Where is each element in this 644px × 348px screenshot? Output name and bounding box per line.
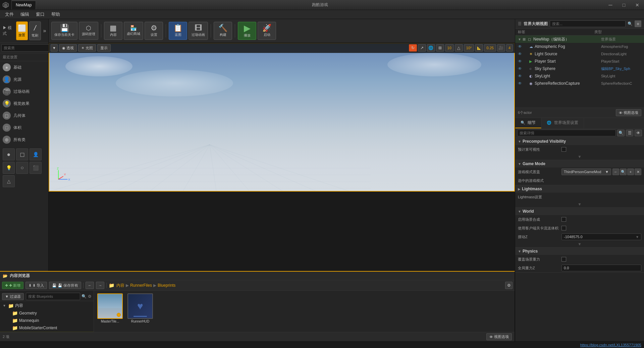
vp-arrow-button[interactable]: ▼ xyxy=(51,44,58,52)
wo-item-player-start[interactable]: 👁 ▶ Player Start PlayerStart xyxy=(515,58,644,65)
vp-show-button[interactable]: 显示 xyxy=(97,44,111,52)
wo-search-input[interactable] xyxy=(550,20,626,27)
cb-filter-button[interactable]: ▼ 过滤器 xyxy=(2,293,24,300)
section-physics-header[interactable]: ▼ Physics xyxy=(515,248,644,255)
menu-help[interactable]: 帮助 xyxy=(48,10,63,19)
cb-tree-mobile-starter[interactable]: 📁 MobileStarterContent xyxy=(0,324,94,332)
asset-master-tile[interactable]: MasterTile... xyxy=(97,293,123,323)
left-nav-volume[interactable]: □ 体积 xyxy=(0,122,48,134)
cb-view-opts-button[interactable]: 👁 视图选项 xyxy=(486,333,512,340)
gg-input[interactable]: 0.0 xyxy=(561,265,641,271)
close-button[interactable]: ✕ xyxy=(631,0,644,10)
gm-add-btn[interactable]: + xyxy=(627,168,634,175)
gm-clear-btn[interactable]: ✕ xyxy=(635,168,641,175)
cb-tree-mannequin[interactable]: 📁 Mannequin xyxy=(0,317,94,324)
cb-path-options-button[interactable]: ⚙ xyxy=(505,282,513,289)
menu-file[interactable]: 文件 xyxy=(2,10,17,19)
cb-nav-forward-button[interactable]: → xyxy=(96,282,104,289)
shape-cone[interactable]: △ xyxy=(3,175,15,187)
asset-runner-hud[interactable]: ♥ RunnerHUD xyxy=(127,293,154,323)
shape-cube[interactable]: ◻ xyxy=(16,148,28,160)
wo-item-light-source[interactable]: 👁 ☀ Light Source DirectionalLight xyxy=(515,50,644,58)
gm-dropdown[interactable]: ThirdPersonGameMod ▼ xyxy=(561,168,611,175)
cb-search-clear[interactable]: ⚙ xyxy=(88,294,92,299)
menu-edit[interactable]: 编辑 xyxy=(17,10,33,19)
build-button[interactable]: 🔨 构建 xyxy=(214,22,232,40)
cb-path-content[interactable]: 内容 xyxy=(116,283,124,288)
section-lightmass-header[interactable]: ▶ Lightmass xyxy=(515,185,644,193)
left-nav-basic[interactable]: ● 基础 xyxy=(0,61,48,73)
volume-icon: □ xyxy=(3,124,11,132)
vp-lighting-button[interactable]: ☀ 光照 xyxy=(78,44,96,52)
play-button[interactable]: ▶ 播放 xyxy=(238,22,256,40)
save-button[interactable]: 💾 保存当前关卡 xyxy=(51,22,77,40)
cb-search-input[interactable] xyxy=(26,293,80,300)
section-world-header[interactable]: ▼ World xyxy=(515,208,644,215)
wo-item-skylight[interactable]: 👁 ◐ SkyLight SkyLight xyxy=(515,72,644,80)
left-nav-all[interactable]: ⊕ 所有类 xyxy=(0,134,48,146)
mode-place-button[interactable]: ⬜ 放置 xyxy=(16,21,28,40)
cb-path-blueprints[interactable]: Blueprints xyxy=(158,283,175,288)
brand-label: 跑酷游戏 xyxy=(309,2,331,8)
content-button[interactable]: ▦ 内容 xyxy=(104,22,122,40)
wo-item-sky-sphere[interactable]: 👁 ○ Sky Sphere 编辑BP_Sky_Sph xyxy=(515,65,644,72)
pv-checkbox[interactable] xyxy=(561,147,566,152)
blueprint-button[interactable]: 📋 蓝图 xyxy=(169,22,187,40)
left-nav-visual[interactable]: 💡 视觉效果 xyxy=(0,97,48,110)
cinematics-button[interactable]: 🎞 过场动画 xyxy=(189,22,208,40)
dp-search-icon-btn[interactable]: 🔍 xyxy=(617,130,625,136)
settings-button[interactable]: ⚙ 设置 xyxy=(145,22,163,40)
minimize-button[interactable]: ─ xyxy=(604,0,617,10)
vp-triangle-button[interactable]: △ xyxy=(455,44,463,52)
vp-rotate-button[interactable]: ↻ xyxy=(409,44,417,52)
marketplace-button[interactable]: 🏪 虚幻商城 xyxy=(124,22,143,40)
status-url[interactable]: https://blog.csdn.net/LXL1355771905 xyxy=(580,343,641,347)
cb-new-button[interactable]: ✚ ✚ 新增 xyxy=(2,282,23,289)
wo-root-item[interactable]: ▼ ⊞ ◻ NewMap（编辑器） 世界场景 xyxy=(515,36,644,43)
shape-light[interactable]: 💡 xyxy=(3,162,15,174)
left-nav-light[interactable]: 👤 光源 xyxy=(0,73,48,85)
wc-checkbox[interactable] xyxy=(561,217,566,222)
shape-sphere2[interactable]: ○ xyxy=(16,162,28,174)
cs-checkbox[interactable] xyxy=(561,226,566,230)
menu-window[interactable]: 窗口 xyxy=(33,10,48,19)
gm-search-btn[interactable]: 🔍 xyxy=(620,168,627,175)
wo-eye-sphere: 👁 xyxy=(518,81,524,86)
cb-tree-geometry[interactable]: 📁 Geometry xyxy=(0,309,94,317)
dp-list-view-btn[interactable]: ☰ xyxy=(626,130,633,136)
gm-edit-btn[interactable]: ← xyxy=(612,168,619,175)
dp-search-input[interactable] xyxy=(517,130,616,136)
mode-brush-button[interactable]: / 笔刷 xyxy=(29,21,41,40)
search-class-input[interactable] xyxy=(1,44,52,52)
shape-sphere[interactable]: ● xyxy=(3,148,15,160)
cb-import-button[interactable]: ⬇ ⬇ 导入 xyxy=(25,282,47,289)
cb-path-runner[interactable]: RunnerFiles xyxy=(130,283,152,288)
wo-add-button[interactable]: + xyxy=(635,20,641,27)
tab-details[interactable]: 🔍 细节 xyxy=(515,118,541,128)
shape-cylinder[interactable]: ⬛ xyxy=(30,162,42,174)
cb-save-all-button[interactable]: 💾 💾 保存所有 xyxy=(49,282,81,289)
section-game-mode-header[interactable]: ▼ Game Mode xyxy=(515,160,644,167)
wo-item-sphere-reflection[interactable]: 👁 ◉ SphereReflectionCapture SphereReflec… xyxy=(515,80,644,87)
wo-view-opts-button[interactable]: 👁 视图选项 xyxy=(616,109,641,116)
dp-eye-btn[interactable]: 👁 xyxy=(635,130,642,136)
tab-world-settings[interactable]: 🌐 世界场景设置 xyxy=(541,118,584,128)
source-control-button[interactable]: ⬡ 源码管理 xyxy=(79,22,98,40)
wo-item-atmospheric-fog[interactable]: 👁 ☁ Atmospheric Fog AtmosphericFog xyxy=(515,43,644,50)
cb-tree-content[interactable]: ▼ 📁 内容 xyxy=(0,302,94,309)
launch-button[interactable]: 🚀 启动 xyxy=(258,22,276,40)
shape-figure[interactable]: 👤 xyxy=(30,148,42,160)
section-precomputed-visibility-header[interactable]: ▼ Precomputed Visibility xyxy=(515,138,644,145)
tab-newmap[interactable]: NewMap xyxy=(11,1,36,9)
mode-expand-button[interactable]: » xyxy=(42,21,47,40)
left-nav-cinematics[interactable]: 🎬 过场动画 xyxy=(0,85,48,97)
mobile-folder-icon: 📁 xyxy=(12,325,18,331)
maximize-button[interactable]: □ xyxy=(617,0,631,10)
vp-globe-button[interactable]: 🌐 xyxy=(427,44,435,52)
cb-nav-back-button[interactable]: ← xyxy=(86,282,94,289)
og-checkbox[interactable] xyxy=(561,257,566,262)
vp-maximize-button[interactable]: ↗ xyxy=(418,44,426,52)
vp-perspective-button[interactable]: ◉ 透视 xyxy=(59,44,77,52)
vp-grid-button[interactable]: ⊞ xyxy=(436,44,444,52)
left-nav-geometry[interactable]: ◻ 几何体 xyxy=(0,110,48,122)
